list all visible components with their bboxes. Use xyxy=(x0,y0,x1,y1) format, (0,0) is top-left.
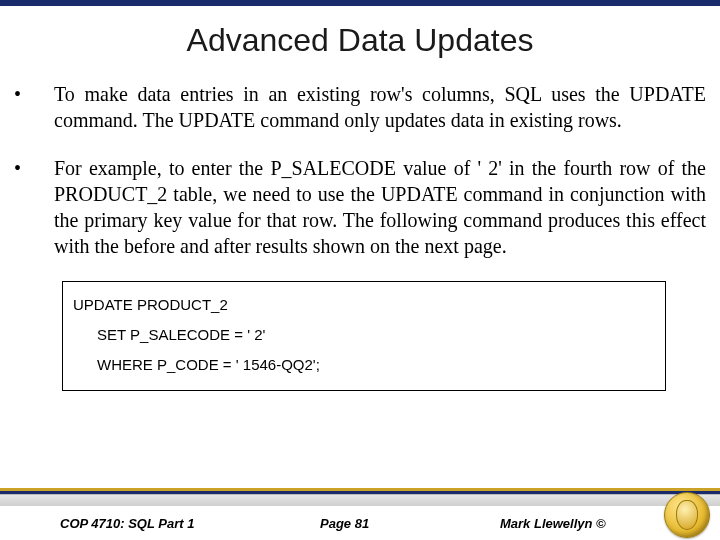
code-line: WHERE P_CODE = ' 1546-QQ2'; xyxy=(73,350,655,380)
sql-code-box: UPDATE PRODUCT_2 SET P_SALECODE = ' 2' W… xyxy=(62,281,666,391)
slide-title: Advanced Data Updates xyxy=(0,22,720,59)
footer-bar: COP 4710: SQL Part 1 Page 81 Mark Llewel… xyxy=(0,506,720,540)
bullet-text: To make data entries in an existing row'… xyxy=(54,81,706,133)
footer-stripes xyxy=(0,488,720,506)
footer-page: Page 81 xyxy=(320,516,500,531)
code-line: SET P_SALECODE = ' 2' xyxy=(73,320,655,350)
bullet-item: • For example, to enter the P_SALECODE v… xyxy=(14,155,706,259)
bullet-text: For example, to enter the P_SALECODE val… xyxy=(54,155,706,259)
bullet-marker: • xyxy=(14,155,54,259)
top-accent-bar xyxy=(0,0,720,6)
slide-footer: COP 4710: SQL Part 1 Page 81 Mark Llewel… xyxy=(0,488,720,540)
footer-course: COP 4710: SQL Part 1 xyxy=(60,516,320,531)
ucf-logo xyxy=(664,492,710,538)
slide-content: • To make data entries in an existing ro… xyxy=(0,81,720,391)
bullet-marker: • xyxy=(14,81,54,133)
bullet-item: • To make data entries in an existing ro… xyxy=(14,81,706,133)
code-line: UPDATE PRODUCT_2 xyxy=(73,290,655,320)
